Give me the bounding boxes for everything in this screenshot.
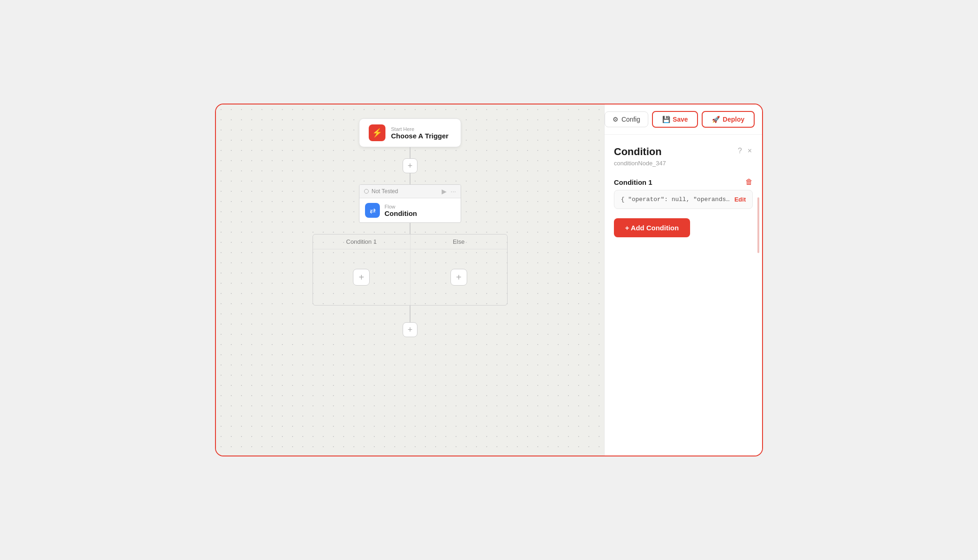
plus-icon-branch-2: + [456, 272, 462, 283]
not-tested-badge: Not Tested [364, 188, 398, 195]
condition-node-icon: ⇄ [365, 203, 380, 218]
panel-title: Condition [614, 146, 662, 158]
condition-node-labels: Flow Condition [385, 204, 417, 217]
panel-header: Condition ? × [614, 146, 753, 158]
close-icon-btn[interactable]: × [747, 146, 753, 156]
trigger-node-main-label: Choose A Trigger [391, 132, 449, 140]
add-condition-label: + Add Condition [625, 224, 679, 232]
save-label: Save [673, 116, 688, 123]
config-button[interactable]: ⚙ Config [605, 111, 648, 127]
condition-node-header: Not Tested ▶ ··· [359, 185, 461, 198]
not-tested-label: Not Tested [372, 188, 398, 195]
condition-code-text: { "operator": null, "operands": [ { "na [621, 196, 730, 203]
close-icon: × [748, 147, 752, 155]
branch-body: + + [313, 249, 507, 305]
branch-add-btn-2[interactable]: + [450, 269, 467, 286]
branch-side-else: + [411, 249, 508, 305]
plus-icon-2: + [408, 325, 413, 335]
deploy-button[interactable]: 🚀 Deploy [702, 111, 755, 128]
trigger-node[interactable]: ⚡ Start Here Choose A Trigger [359, 118, 461, 147]
branch-col-1: Condition 1 [313, 234, 411, 249]
condition-1-block: Condition 1 🗑 { "operator": null, "opera… [614, 178, 753, 209]
help-icon-btn[interactable]: ? [737, 146, 743, 156]
branch-col-2: Else [411, 234, 508, 249]
trash-icon: 🗑 [745, 178, 753, 186]
scrollbar-decoration [757, 197, 759, 253]
deploy-icon: 🚀 [712, 116, 720, 123]
condition-code-box: { "operator": null, "operands": [ { "na … [614, 190, 753, 209]
condition-node-main-label: Condition [385, 209, 417, 217]
arrows-icon: ⇄ [370, 206, 376, 215]
branch-add-btn-1[interactable]: + [353, 269, 370, 286]
right-panel: ⚙ Config 💾 Save 🚀 Deploy Condition ? [604, 104, 762, 456]
not-tested-dot [364, 189, 369, 194]
branch-container: Condition 1 Else + + [313, 234, 508, 306]
add-condition-button[interactable]: + Add Condition [614, 218, 690, 237]
condition-node-body: ⇄ Flow Condition [359, 198, 461, 222]
canvas-area: ⚡ Start Here Choose A Trigger + Not Test… [216, 104, 604, 456]
plus-icon-1: + [408, 161, 413, 171]
connector-line-2 [410, 173, 411, 184]
condition-flow-node[interactable]: Not Tested ▶ ··· ⇄ Flow Condition [359, 184, 461, 223]
deploy-label: Deploy [723, 116, 744, 123]
connector-line-3 [410, 223, 411, 234]
main-container: ⚡ Start Here Choose A Trigger + Not Test… [215, 104, 763, 456]
config-label: Config [621, 116, 640, 123]
delete-condition-btn[interactable]: 🗑 [745, 178, 753, 186]
panel-subtitle: conditionNode_347 [614, 160, 753, 167]
header-actions: ▶ ··· [442, 188, 456, 195]
add-node-btn-2[interactable]: + [403, 322, 417, 337]
branch-side-condition1: + [313, 249, 411, 305]
play-icon[interactable]: ▶ [442, 188, 447, 195]
trigger-node-small-label: Start Here [391, 126, 449, 132]
edit-link[interactable]: Edit [734, 196, 746, 203]
help-icon: ? [738, 147, 742, 155]
condition-1-title: Condition 1 [614, 178, 652, 186]
branch-header: Condition 1 Else [313, 234, 507, 249]
config-icon: ⚙ [613, 116, 619, 123]
condition-node-small-label: Flow [385, 204, 417, 209]
save-icon: 💾 [662, 116, 670, 123]
save-button[interactable]: 💾 Save [652, 111, 698, 128]
connector-line-1 [410, 147, 411, 158]
connector-line-4 [410, 306, 411, 322]
plus-icon-branch-1: + [359, 272, 364, 283]
condition-1-block-header: Condition 1 🗑 [614, 178, 753, 186]
toolbar: ⚙ Config 💾 Save 🚀 Deploy [605, 104, 762, 135]
panel-content: Condition ? × conditionNode_347 Conditio… [605, 135, 762, 456]
more-icon[interactable]: ··· [450, 188, 456, 195]
trigger-icon: ⚡ [369, 124, 385, 141]
add-node-btn-1[interactable]: + [403, 158, 417, 173]
trigger-node-labels: Start Here Choose A Trigger [391, 126, 449, 140]
panel-header-icons: ? × [737, 146, 753, 156]
lightning-icon: ⚡ [372, 128, 382, 138]
